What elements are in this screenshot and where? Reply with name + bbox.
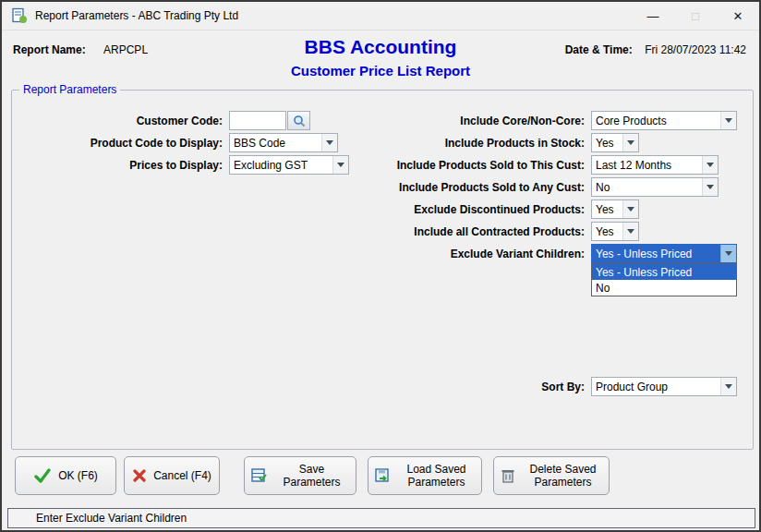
chevron-down-icon <box>725 118 732 123</box>
in-stock-row: Include Products in Stock: Yes <box>224 133 639 152</box>
variant-children-label: Exclude Variant Children: <box>224 248 585 260</box>
combobox-value: Yes <box>592 134 622 151</box>
variant-children-row: Exclude Variant Children: Yes - Unless P… <box>224 244 737 263</box>
exclude-discontinued-combobox[interactable]: Yes <box>591 200 639 219</box>
combo-dropdown-button[interactable] <box>720 112 736 129</box>
sort-by-row: Sort By: Product Group <box>224 377 737 396</box>
chevron-down-icon <box>627 229 634 234</box>
in-stock-label: Include Products in Stock: <box>224 137 585 150</box>
combobox-value: Product Group <box>592 378 720 395</box>
chevron-down-icon <box>707 163 714 167</box>
combobox-value: Yes <box>592 200 622 218</box>
delete-icon <box>500 467 516 484</box>
sold-any-cust-combobox[interactable]: No <box>591 177 719 197</box>
app-icon <box>11 7 28 24</box>
close-button[interactable]: ✕ <box>717 2 759 30</box>
combo-dropdown-button[interactable] <box>720 378 736 395</box>
prices-label: Prices to Display: <box>16 159 223 172</box>
combobox-value: Yes <box>592 223 622 240</box>
sort-by-label: Sort By: <box>224 381 585 393</box>
window-title: Report Parameters - ABC Trading Pty Ltd <box>35 9 238 22</box>
load-saved-parameters-button[interactable]: Load Saved Parameters <box>368 456 482 495</box>
delete-saved-parameters-label: Delete Saved Parameters <box>523 463 603 490</box>
ok-button-label: OK (F6) <box>58 469 98 482</box>
chevron-down-icon <box>707 185 714 189</box>
report-parameters-window: Report Parameters - ABC Trading Pty Ltd … <box>0 0 761 532</box>
chevron-down-icon <box>725 384 732 389</box>
titlebar: Report Parameters - ABC Trading Pty Ltd … <box>2 2 759 30</box>
sold-any-cust-row: Include Products Sold to Any Cust: No <box>224 177 719 197</box>
include-core-label: Include Core/Non-Core: <box>224 115 585 127</box>
products-in-stock-combobox[interactable]: Yes <box>591 133 639 152</box>
chevron-down-icon <box>725 251 732 256</box>
discontinued-label: Exclude Discontinued Products: <box>224 203 585 216</box>
combobox-value: Last 12 Months <box>592 156 702 174</box>
discontinued-row: Exclude Discontinued Products: Yes <box>224 200 639 219</box>
ok-button[interactable]: OK (F6) <box>15 456 116 495</box>
combobox-value: Yes - Unless Priced <box>592 245 720 262</box>
save-parameters-button[interactable]: Save Parameters <box>244 456 356 495</box>
datetime: Date & Time: Fri 28/07/2023 11:42 <box>565 43 746 56</box>
combo-dropdown-button[interactable] <box>702 178 718 196</box>
cancel-button[interactable]: Cancel (F4) <box>124 456 220 495</box>
sort-by-combobox[interactable]: Product Group <box>591 377 737 396</box>
cancel-x-icon <box>132 468 147 483</box>
status-text: Enter Exclude Variant Children <box>36 512 187 525</box>
chevron-down-icon <box>627 140 634 145</box>
dropdown-option-no[interactable]: No <box>592 280 736 296</box>
dropdown-option-yes-unless-priced[interactable]: Yes - Unless Priced <box>592 264 736 280</box>
load-saved-parameters-label: Load Saved Parameters <box>397 463 476 490</box>
report-parameters-group: Report Parameters Customer Code: Product… <box>11 90 754 450</box>
include-core-combobox[interactable]: Core Products <box>591 111 737 130</box>
delete-saved-parameters-button[interactable]: Delete Saved Parameters <box>493 456 610 495</box>
minimize-button[interactable]: — <box>632 2 674 30</box>
combo-dropdown-button[interactable] <box>622 200 638 218</box>
contracted-label: Include all Contracted Products: <box>224 225 585 238</box>
combo-dropdown-button[interactable] <box>702 156 718 174</box>
window-controls: — □ ✕ <box>632 2 759 30</box>
sold-this-cust-combobox[interactable]: Last 12 Months <box>591 155 719 175</box>
save-icon <box>250 467 267 484</box>
maximize-button[interactable]: □ <box>674 2 717 30</box>
combobox-value: No <box>592 178 702 196</box>
sold-this-cust-row: Include Products Sold to This Cust: Last… <box>224 155 719 175</box>
status-bar: Enter Exclude Variant Children <box>7 508 755 528</box>
contracted-products-combobox[interactable]: Yes <box>591 222 639 241</box>
chevron-down-icon <box>627 207 634 212</box>
combo-dropdown-button[interactable] <box>622 134 638 151</box>
customer-code-label: Customer Code: <box>16 115 223 127</box>
variant-children-dropdown-list: Yes - Unless Priced No <box>591 263 737 296</box>
ok-check-icon <box>33 466 52 485</box>
report-title-text: Customer Price List Report <box>2 63 759 79</box>
contracted-row: Include all Contracted Products: Yes <box>224 222 639 241</box>
save-parameters-label: Save Parameters <box>273 463 350 490</box>
combo-dropdown-button[interactable] <box>720 245 736 262</box>
datetime-value: Fri 28/07/2023 11:42 <box>645 43 746 56</box>
sold-this-cust-label: Include Products Sold to This Cust: <box>224 159 585 172</box>
cancel-button-label: Cancel (F4) <box>153 469 211 482</box>
load-icon <box>374 467 391 484</box>
datetime-label: Date & Time: <box>565 43 633 56</box>
combo-dropdown-button[interactable] <box>622 223 638 240</box>
variant-children-combobox[interactable]: Yes - Unless Priced <box>591 244 737 263</box>
combobox-value: Core Products <box>592 112 720 129</box>
group-label: Report Parameters <box>19 83 120 96</box>
include-core-row: Include Core/Non-Core: Core Products <box>224 111 737 130</box>
product-code-label: Product Code to Display: <box>16 137 223 150</box>
sold-any-cust-label: Include Products Sold to Any Cust: <box>224 181 585 194</box>
